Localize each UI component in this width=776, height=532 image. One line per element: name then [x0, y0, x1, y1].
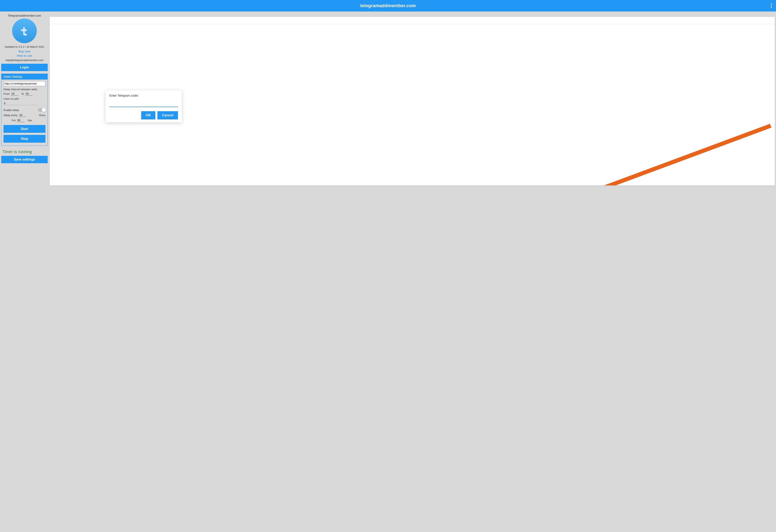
sec-label: Sec	[28, 119, 32, 122]
svg-line-0	[375, 126, 771, 185]
enable-sleep-label: Enable sleep	[3, 109, 19, 112]
version-text: Updated to 3.5.2 / 16 March 2021	[1, 45, 48, 48]
runs-label: Runs	[39, 114, 45, 117]
dialog-prompt: Enter Telegram code:	[109, 94, 178, 97]
app-title: telegramaddmember.com	[360, 3, 416, 8]
help-email: help@telegramaddmember.com	[1, 58, 48, 62]
users-to-add-input[interactable]	[3, 102, 38, 105]
brand-title: Telegramaddmember.com	[1, 14, 48, 17]
delay-from-input[interactable]	[11, 92, 18, 96]
how-to-use-link[interactable]: How to use	[1, 54, 48, 57]
sidebar: Telegramaddmember.com Updated to 3.5.2 /…	[1, 11, 48, 163]
stop-button[interactable]: Stop	[3, 135, 45, 143]
channel-url-input[interactable]	[3, 81, 45, 86]
enter-code-dialog: Enter Telegram code: OK Cancel	[106, 91, 182, 122]
delay-interval-label: Delay Interval between adds	[3, 88, 45, 91]
enable-sleep-toggle[interactable]	[38, 108, 45, 112]
adder-settings-panel: Adder Settings Delay Interval between ad…	[1, 73, 48, 146]
start-button[interactable]: Start	[3, 125, 45, 133]
delay-to-input[interactable]	[25, 92, 33, 96]
menu-kebab-icon[interactable]	[770, 2, 773, 9]
login-button[interactable]: Login	[1, 64, 48, 71]
app-logo-icon	[12, 18, 37, 43]
sleep-for-input[interactable]	[17, 119, 24, 122]
titlebar: telegramaddmember.com	[0, 0, 776, 11]
telegram-code-input[interactable]	[109, 102, 178, 107]
cancel-button[interactable]: Cancel	[157, 111, 178, 120]
main-toolbar-strip	[50, 17, 775, 24]
main-content: Enter Telegram code: OK Cancel	[50, 17, 775, 185]
timer-status: Timer is running	[2, 149, 48, 154]
sleep-every-label: Sleep every	[3, 114, 18, 117]
users-to-add-label: Users to add	[3, 97, 45, 100]
to-label: To	[21, 92, 24, 96]
ok-button[interactable]: OK	[141, 111, 156, 120]
sleep-every-input[interactable]	[19, 114, 26, 117]
panel-title: Adder Settings	[1, 74, 47, 79]
for-label: For	[12, 119, 16, 122]
save-settings-button[interactable]: Save settings	[1, 156, 48, 163]
from-label: From	[3, 92, 10, 96]
buy-now-link[interactable]: Buy now	[1, 49, 48, 53]
